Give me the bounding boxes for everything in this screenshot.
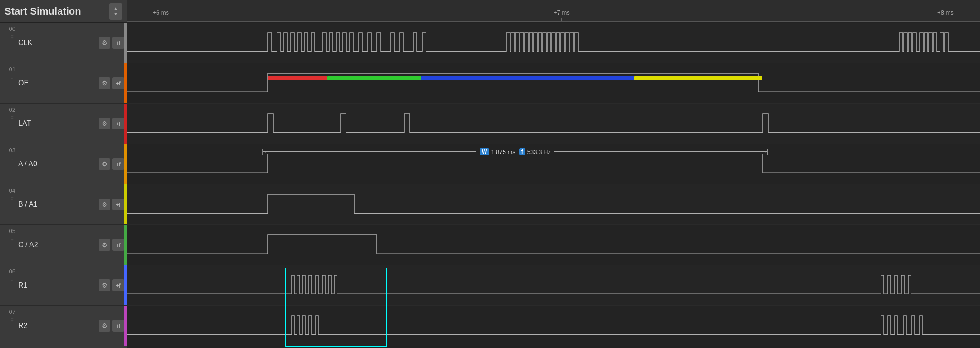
signal-plus-button[interactable]: +f <box>112 37 124 49</box>
signal-color-bar <box>124 63 127 103</box>
waveform-row-01 <box>127 63 980 104</box>
oe-yellow-bar <box>634 76 762 80</box>
tick-line <box>161 18 161 21</box>
header-title-area: Start Simulation ▲ ▼ <box>0 0 127 22</box>
signal-name: CLK <box>18 39 99 47</box>
signal-index: 06;;;; <box>3 265 15 282</box>
main-content: 00;;;; CLK ⚙ +f 01;;;; OE ⚙ +f 02;;;; LA… <box>0 23 980 348</box>
signal-color-bar <box>124 104 127 144</box>
oe-blue-bar <box>421 76 635 80</box>
waveform-svg-07 <box>127 306 980 346</box>
waveform-row-03: |←→| W 1.875 ms f 533.3 Hz <box>127 144 980 184</box>
signal-plus-button[interactable]: +f <box>112 77 124 89</box>
waveform-row-04 <box>127 184 980 225</box>
waveform-svg-03 <box>127 144 980 184</box>
signal-row: 01;;;; OE ⚙ +f <box>0 63 127 104</box>
waveform-row-06 <box>127 265 980 306</box>
signal-index: 05;;;; <box>3 225 15 241</box>
signal-color-bar <box>124 265 127 305</box>
signal-row: 05;;;; C / A2 ⚙ +f <box>0 225 127 265</box>
signal-row: 03;;;; A / A0 ⚙ +f <box>0 144 127 184</box>
timeline-tick: +6 ms <box>153 9 169 21</box>
tick-line <box>561 18 562 21</box>
signal-gear-button[interactable]: ⚙ <box>99 199 110 210</box>
signal-gear-button[interactable]: ⚙ <box>99 239 110 251</box>
signal-index: 00;;;; <box>3 23 15 39</box>
header-title: Start Simulation <box>5 5 81 17</box>
waveform-svg-04 <box>127 184 980 224</box>
signal-plus-button[interactable]: +f <box>112 118 124 129</box>
signal-gear-button[interactable]: ⚙ <box>99 320 110 332</box>
signal-name: OE <box>18 79 99 87</box>
signal-list: 00;;;; CLK ⚙ +f 01;;;; OE ⚙ +f 02;;;; LA… <box>0 23 127 348</box>
scroll-arrows[interactable]: ▲ ▼ <box>109 3 122 20</box>
waveform-svg-02 <box>127 104 980 144</box>
tick-line <box>945 18 945 21</box>
waveform-svg-00 <box>127 23 980 63</box>
signal-gear-button[interactable]: ⚙ <box>99 77 110 89</box>
tick-label: +8 ms <box>937 9 954 16</box>
timeline-header: +6 ms+7 ms+8 ms <box>127 0 980 22</box>
signal-row: 04;;;; B / A1 ⚙ +f <box>0 184 127 225</box>
waveform-row-05 <box>127 225 980 265</box>
signal-plus-button[interactable]: +f <box>112 279 124 291</box>
signal-name: A / A0 <box>18 160 99 168</box>
signal-color-bar <box>124 225 127 265</box>
oe-green-bar <box>327 76 421 80</box>
waveform-row-00 <box>127 23 980 63</box>
waveform-area[interactable]: |←→| W 1.875 ms f 533.3 Hz <box>127 23 980 348</box>
waveform-row-02 <box>127 104 980 144</box>
signal-plus-button[interactable]: +f <box>112 199 124 210</box>
tick-label: +6 ms <box>153 9 169 16</box>
waveform-svg-01 <box>127 63 980 103</box>
signal-index: 03;;;; <box>3 144 15 160</box>
signal-name: LAT <box>18 119 99 128</box>
signal-row: 07;;;; R2 ⚙ +f <box>0 306 127 346</box>
signal-index: 04;;;; <box>3 184 15 201</box>
signal-gear-button[interactable]: ⚙ <box>99 158 110 170</box>
signal-index: 02;;;; <box>3 104 15 120</box>
signal-index: 01;;;; <box>3 63 15 80</box>
signal-index: 07;;;; <box>3 306 15 322</box>
signal-name: R2 <box>18 322 99 330</box>
signal-gear-button[interactable]: ⚙ <box>99 279 110 291</box>
signal-gear-button[interactable]: ⚙ <box>99 37 110 49</box>
signal-plus-button[interactable]: +f <box>112 320 124 332</box>
timeline-tick: +7 ms <box>554 9 570 21</box>
timeline-tick: +8 ms <box>937 9 954 21</box>
arrow-up-icon: ▲ <box>114 6 118 11</box>
waveform-row-07 <box>127 306 980 346</box>
signal-row: 02;;;; LAT ⚙ +f <box>0 104 127 144</box>
waveform-svg-05 <box>127 225 980 265</box>
signal-plus-button[interactable]: +f <box>112 239 124 251</box>
signal-plus-button[interactable]: +f <box>112 158 124 170</box>
signal-row: 00;;;; CLK ⚙ +f <box>0 23 127 63</box>
signal-gear-button[interactable]: ⚙ <box>99 118 110 129</box>
waveform-svg-06 <box>127 265 980 305</box>
signal-name: B / A1 <box>18 200 99 209</box>
signal-color-bar <box>124 184 127 224</box>
signal-name: C / A2 <box>18 241 99 249</box>
signal-name: R1 <box>18 281 99 289</box>
tick-label: +7 ms <box>554 9 570 16</box>
header-row: Start Simulation ▲ ▼ +6 ms+7 ms+8 ms <box>0 0 980 23</box>
arrow-down-icon: ▼ <box>114 11 118 17</box>
signal-color-bar <box>124 144 127 184</box>
signal-row: 06;;;; R1 ⚙ +f <box>0 265 127 306</box>
signal-color-bar <box>124 306 127 346</box>
signal-color-bar <box>124 23 127 63</box>
oe-red-bar <box>268 76 327 80</box>
waveform-rows: |←→| W 1.875 ms f 533.3 Hz <box>127 23 980 348</box>
